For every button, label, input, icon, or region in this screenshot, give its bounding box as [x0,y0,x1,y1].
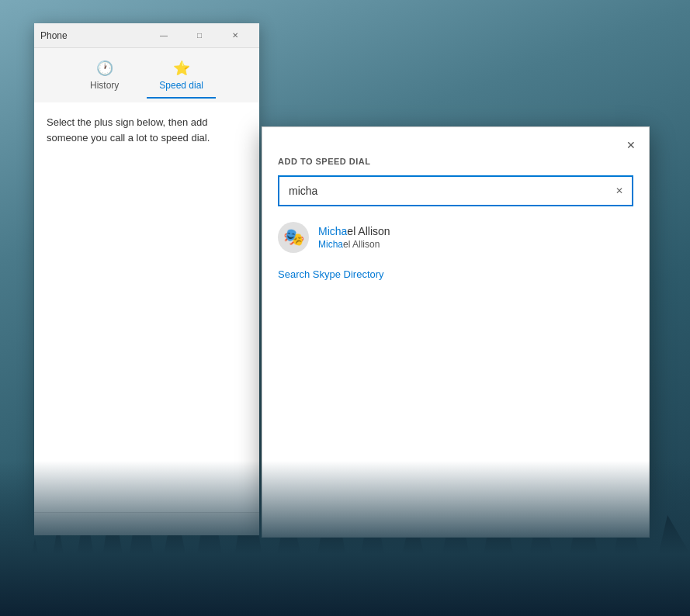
phone-bottom-bar [34,512,259,535]
phone-content: Select the plus sign below, then add som… [34,102,259,512]
search-box: ✕ [278,175,633,206]
phone-titlebar: Phone — □ ✕ [34,23,259,48]
phone-window: Phone — □ ✕ 🕐 History ⭐ Speed dial Selec… [34,23,259,535]
dialog-header: ✕ [262,127,649,157]
add-to-speed-dial-dialog: ✕ ADD TO SPEED DIAL ✕ 🎭 Michael Allison … [262,126,650,538]
search-results: 🎭 Michael Allison Michael Allison [262,213,649,262]
result-sub-highlight: Micha [318,239,343,250]
search-box-wrapper: ✕ [262,175,649,206]
minimize-button[interactable]: — [146,23,182,48]
result-name-highlight: Micha [318,225,347,237]
history-tab-label: History [90,80,119,91]
avatar: 🎭 [278,222,309,253]
search-skype-directory-link[interactable]: Search Skype Directory [262,262,649,286]
svg-rect-19 [0,600,690,616]
result-name: Michael Allison [318,225,390,237]
result-sub-rest: el Allison [343,239,380,250]
phone-close-button[interactable]: ✕ [217,23,253,48]
tab-history[interactable]: 🕐 History [78,54,131,97]
search-input[interactable] [279,178,607,203]
maximize-button[interactable]: □ [182,23,217,48]
phone-title: Phone [40,30,68,41]
tab-speed-dial[interactable]: ⭐ Speed dial [147,54,216,97]
search-clear-button[interactable]: ✕ [607,177,632,205]
search-result-item[interactable]: 🎭 Michael Allison Michael Allison [262,216,649,259]
history-icon: 🕐 [96,60,113,77]
dialog-title: ADD TO SPEED DIAL [262,157,649,175]
speed-dial-icon: ⭐ [173,60,190,77]
avatar-image: 🎭 [283,227,304,247]
result-name-rest: el Allison [347,225,390,237]
instruction-text: Select the plus sign below, then add som… [47,115,247,145]
titlebar-controls: — □ ✕ [146,23,253,48]
dialog-close-button[interactable]: ✕ [619,133,643,157]
result-info: Michael Allison Michael Allison [318,225,390,250]
speed-dial-tab-label: Speed dial [159,80,203,91]
result-subtext: Michael Allison [318,239,390,250]
phone-tabs: 🕐 History ⭐ Speed dial [34,48,259,102]
